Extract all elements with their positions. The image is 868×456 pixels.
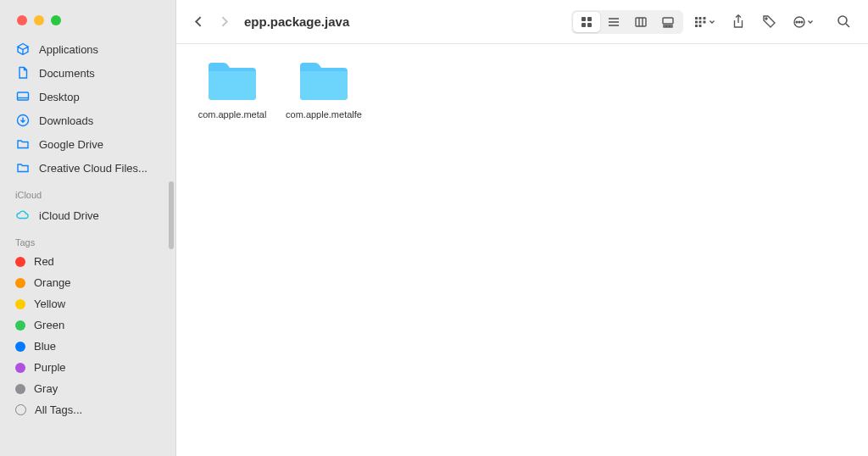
tag-green[interactable]: Green xyxy=(0,314,175,336)
svg-rect-20 xyxy=(695,25,698,27)
svg-rect-2 xyxy=(581,17,586,21)
svg-rect-17 xyxy=(698,17,701,19)
svg-rect-18 xyxy=(695,20,698,23)
view-switcher xyxy=(571,10,683,34)
sidebar-item-label: Downloads xyxy=(39,114,93,127)
svg-rect-23 xyxy=(703,20,705,23)
main-area: epp.package.java xyxy=(176,0,868,456)
svg-rect-4 xyxy=(581,23,586,27)
tag-yellow[interactable]: Yellow xyxy=(0,293,175,314)
sidebar-item-creative-cloud[interactable]: Creative Cloud Files... xyxy=(0,156,175,180)
finder-window: Applications Documents Desktop Downloads… xyxy=(0,0,868,456)
sidebar-item-label: Applications xyxy=(39,43,98,56)
svg-rect-9 xyxy=(636,18,646,26)
window-controls xyxy=(0,0,175,37)
all-tags-icon xyxy=(15,404,26,415)
icon-view-button[interactable] xyxy=(573,12,600,32)
tag-dot-icon xyxy=(15,384,25,394)
sidebar-item-google-drive[interactable]: Google Drive xyxy=(0,132,175,156)
tag-orange[interactable]: Orange xyxy=(0,272,175,293)
sidebar-item-label: Creative Cloud Files... xyxy=(39,162,147,175)
chevron-down-icon xyxy=(807,19,814,25)
tag-dot-icon xyxy=(15,320,25,331)
gallery-view-button[interactable] xyxy=(654,12,682,32)
svg-rect-16 xyxy=(695,17,698,19)
svg-rect-5 xyxy=(587,23,592,27)
tag-label: Red xyxy=(34,255,54,268)
sidebar-item-desktop[interactable]: Desktop xyxy=(0,85,175,108)
section-header-icloud: iCloud xyxy=(0,180,175,203)
svg-point-28 xyxy=(801,21,803,23)
actions-button[interactable] xyxy=(787,11,819,33)
tag-label: Yellow xyxy=(34,298,65,310)
folder-title: epp.package.java xyxy=(244,14,349,29)
forward-button[interactable] xyxy=(214,12,234,32)
tag-dot-icon xyxy=(15,342,25,352)
svg-rect-12 xyxy=(663,18,673,24)
tags-button[interactable] xyxy=(756,11,782,33)
tag-label: Gray xyxy=(34,382,58,395)
svg-rect-13 xyxy=(664,25,666,27)
toolbar: epp.package.java xyxy=(176,0,868,44)
sidebar: Applications Documents Desktop Downloads… xyxy=(0,0,176,456)
list-view-button[interactable] xyxy=(600,12,627,32)
folder-icon xyxy=(297,59,351,103)
svg-point-29 xyxy=(838,16,847,25)
folder-item[interactable]: com.apple.metalfe xyxy=(285,59,363,120)
sidebar-item-documents[interactable]: Documents xyxy=(0,61,175,85)
tag-label: Green xyxy=(34,319,64,331)
share-button[interactable] xyxy=(726,11,751,33)
tag-red[interactable]: Red xyxy=(0,251,175,272)
document-icon xyxy=(15,65,31,81)
svg-rect-14 xyxy=(667,25,670,27)
group-by-button[interactable] xyxy=(688,11,721,33)
sidebar-scrollbar[interactable] xyxy=(169,181,174,249)
svg-line-30 xyxy=(846,24,849,27)
sidebar-item-all-tags[interactable]: All Tags... xyxy=(0,399,175,420)
search-button[interactable] xyxy=(831,11,856,33)
svg-rect-19 xyxy=(698,20,701,23)
desktop-icon xyxy=(15,89,31,104)
svg-point-27 xyxy=(798,21,800,23)
folder-label: com.apple.metal xyxy=(198,108,267,120)
svg-rect-3 xyxy=(587,17,592,21)
folder-content: com.apple.metal com.apple.metalfe xyxy=(176,44,868,456)
tag-dot-icon xyxy=(15,363,25,373)
column-view-button[interactable] xyxy=(627,12,654,32)
folder-item[interactable]: com.apple.metal xyxy=(193,59,271,120)
fullscreen-window-button[interactable] xyxy=(51,15,61,25)
close-window-button[interactable] xyxy=(17,15,27,25)
sidebar-item-label: All Tags... xyxy=(35,403,82,416)
tag-gray[interactable]: Gray xyxy=(0,378,175,399)
svg-rect-22 xyxy=(703,17,705,19)
section-header-tags: Tags xyxy=(0,227,175,251)
folder-icon xyxy=(15,160,31,175)
tag-purple[interactable]: Purple xyxy=(0,357,175,378)
sidebar-item-downloads[interactable]: Downloads xyxy=(0,108,175,132)
folder-icon xyxy=(205,59,259,103)
folder-icon xyxy=(15,136,31,152)
tag-label: Purple xyxy=(34,361,66,374)
svg-point-26 xyxy=(796,21,798,23)
tag-label: Orange xyxy=(34,276,70,289)
cloud-icon xyxy=(15,208,31,223)
minimize-window-button[interactable] xyxy=(34,15,44,25)
downloads-icon xyxy=(15,113,31,128)
sidebar-list: Applications Documents Desktop Downloads… xyxy=(0,37,175,420)
svg-rect-0 xyxy=(18,92,29,100)
sidebar-item-label: iCloud Drive xyxy=(39,209,99,222)
tag-dot-icon xyxy=(15,278,25,288)
folder-label: com.apple.metalfe xyxy=(286,108,362,120)
sidebar-item-label: Desktop xyxy=(39,91,80,103)
applications-icon xyxy=(15,42,31,57)
back-button[interactable] xyxy=(188,12,209,32)
svg-rect-15 xyxy=(670,25,673,27)
tag-blue[interactable]: Blue xyxy=(0,336,175,357)
svg-point-24 xyxy=(765,18,767,19)
chevron-down-icon xyxy=(709,19,715,25)
sidebar-item-label: Documents xyxy=(39,67,95,80)
sidebar-item-icloud-drive[interactable]: iCloud Drive xyxy=(0,203,175,227)
tag-dot-icon xyxy=(15,299,25,309)
sidebar-item-applications[interactable]: Applications xyxy=(0,37,175,61)
tag-dot-icon xyxy=(15,257,25,267)
